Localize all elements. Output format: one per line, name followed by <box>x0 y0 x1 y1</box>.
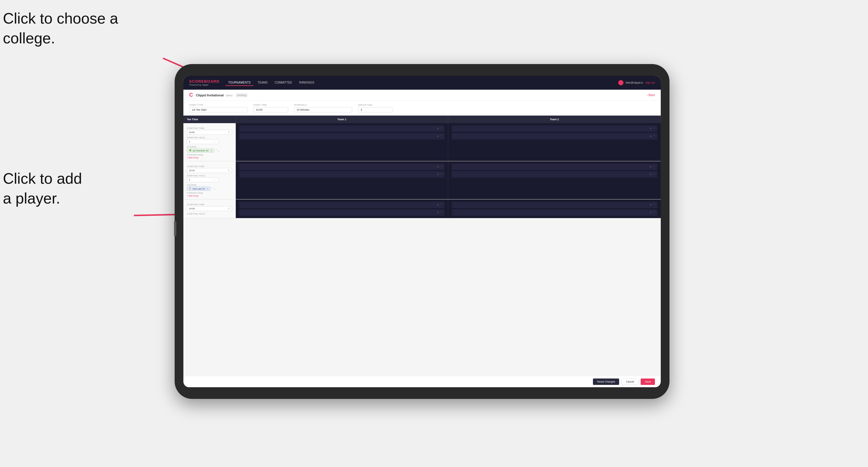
player-slot-2-4[interactable]: ✕ ⌃ <box>452 171 657 178</box>
col-team2: Team 2 <box>448 116 661 123</box>
group-3-team1: ✕ ⌃ ✕ ⌃ <box>236 199 448 218</box>
nav-user: blair@clippd.io Sign out <box>618 80 655 85</box>
start-time-select[interactable]: 10:00 <box>253 107 288 113</box>
user-avatar <box>618 80 623 85</box>
nav-bar: SCOREBOARD Powered by clippd TOURNAMENTS… <box>183 76 661 90</box>
nav-link-committee[interactable]: COMMITTEE <box>272 80 295 86</box>
add-group-1[interactable]: + Add Group <box>187 157 232 159</box>
group-1-team1: ✕ ⌃ ✕ ⌃ <box>236 123 448 161</box>
cancel-button[interactable]: Cancel <box>621 378 638 385</box>
group-3-left: STARTING TIME: 10:20⏱ STARTING HOLE: <box>183 199 236 218</box>
add-group-2[interactable]: + Add Group <box>187 195 232 197</box>
back-button[interactable]: ‹ Back <box>647 93 655 97</box>
start-time-label: Start Time <box>253 104 288 106</box>
course-tag-2[interactable]: 🏌East Lake GC× <box>187 187 211 191</box>
start-type-label: Start Type <box>189 104 247 106</box>
starting-hole-label-1: STARTING HOLE: <box>187 136 232 138</box>
bottom-bar: Reset Changes Cancel Save <box>183 376 661 387</box>
nav-brand: SCOREBOARD Powered by clippd <box>189 79 219 86</box>
course-label-1: COURSE: <box>187 146 232 148</box>
starting-time-label-1: STARTING TIME: <box>187 127 232 129</box>
player-slot-icon: ✕ <box>437 127 439 130</box>
nav-links: TOURNAMENTS TEAMS COMMITTEE RANKINGS <box>225 80 618 86</box>
content-area[interactable]: STARTING TIME: 10:00⏱ STARTING HOLE: 1⌃⌄… <box>183 123 661 376</box>
nav-link-rankings[interactable]: RANKINGS <box>296 80 317 86</box>
breadcrumb-logo: C <box>189 92 193 98</box>
annotation-choose-college: Click to choose a college. <box>3 9 118 48</box>
course-label-2: COURSE: <box>187 184 232 186</box>
breadcrumb-title: Clippd Invitational (Men) <box>196 93 232 97</box>
starting-time-input-3[interactable]: 10:20⏱ <box>187 206 232 211</box>
start-time-field: Start Time 10:00 <box>253 104 288 113</box>
group-row: STARTING TIME: 10:00⏱ STARTING HOLE: 1⌃⌄… <box>183 123 661 161</box>
player-slot-expand-icon: ⌃ <box>440 127 443 130</box>
starting-hole-label-3: STARTING HOLE: <box>187 213 232 215</box>
player-slot-2-2[interactable]: ✕ ⌃ <box>239 171 444 178</box>
group-1-left: STARTING TIME: 10:00⏱ STARTING HOLE: 1⌃⌄… <box>183 123 236 161</box>
settings-row: Start Type 1st Tee Start Start Time 10:0… <box>183 101 661 116</box>
group-size-label: Group Size <box>358 104 393 106</box>
group-3-team2: ✕ ⌃ ✕ ⌃ <box>448 199 661 218</box>
player-slot-2-3[interactable]: ✕ ⌃ <box>452 164 657 170</box>
group-row-3: STARTING TIME: 10:20⏱ STARTING HOLE: ✕ ⌃… <box>183 199 661 218</box>
save-button[interactable]: Save <box>641 378 655 385</box>
nav-link-teams[interactable]: TEAMS <box>255 80 271 86</box>
intervals-label: Intervals <box>294 104 352 106</box>
starting-time-input-2[interactable]: 10:10⏱ <box>187 168 232 173</box>
player-slot-icon-2: ✕ <box>437 135 439 138</box>
starting-hole-input-1[interactable]: 1⌃⌄ <box>187 139 219 144</box>
starting-hole-input-2[interactable]: 1⌃⌄ <box>187 177 219 182</box>
group-1-team2: ✕ ⌃ ✕ ⌃ <box>448 123 661 161</box>
intervals-field: Intervals 10 Minutes <box>294 104 352 113</box>
col-team1: Team 1 <box>236 116 448 123</box>
start-type-select[interactable]: 1st Tee Start <box>189 107 247 113</box>
table-header: Tee Time Team 1 Team 2 <box>183 116 661 123</box>
group-size-field: Group Size 3 <box>358 104 393 113</box>
player-slot-3-3[interactable]: ✕ ⌃ <box>452 202 657 208</box>
group-2-team2: ✕ ⌃ ✕ ⌃ <box>448 161 661 199</box>
breadcrumb-hosting: Hosting <box>236 93 248 97</box>
group-2-team1: ✕ ⌃ ✕ ⌃ <box>236 161 448 199</box>
starting-time-label-2: STARTING TIME: <box>187 165 232 167</box>
tablet-side-button <box>174 221 176 236</box>
remove-group-1[interactable]: ⊖ Remove Group <box>187 154 232 156</box>
player-slot-1-1[interactable]: ✕ ⌃ <box>239 125 444 132</box>
player-slot-3-1[interactable]: ✕ ⌃ <box>239 202 444 208</box>
player-slot-2-1[interactable]: ✕ ⌃ <box>239 164 444 170</box>
reset-changes-button[interactable]: Reset Changes <box>593 378 619 385</box>
starting-hole-label-2: STARTING HOLE: <box>187 175 232 177</box>
player-slot-1-2[interactable]: ✕ ⌃ <box>239 133 444 139</box>
tablet-device: SCOREBOARD Powered by clippd TOURNAMENTS… <box>175 64 670 399</box>
start-type-field: Start Type 1st Tee Start <box>189 104 247 113</box>
starting-time-label-3: STARTING TIME: <box>187 204 232 206</box>
player-slot-1-4[interactable]: ✕ ⌃ <box>452 133 657 139</box>
tablet-screen: SCOREBOARD Powered by clippd TOURNAMENTS… <box>183 76 661 387</box>
group-size-select[interactable]: 3 <box>358 107 393 113</box>
player-slot-expand-icon-2: ⌃ <box>440 135 443 138</box>
sign-out-link[interactable]: Sign out <box>645 81 655 84</box>
breadcrumb-bar: C Clippd Invitational (Men) Hosting ‹ Ba… <box>183 90 661 101</box>
starting-time-input-1[interactable]: 10:00⏱ <box>187 130 232 135</box>
intervals-select[interactable]: 10 Minutes <box>294 107 352 113</box>
remove-group-2[interactable]: ⊖ Remove Group <box>187 192 232 194</box>
col-tee-time: Tee Time <box>183 116 236 123</box>
group-2-left: STARTING TIME: 10:10⏱ STARTING HOLE: 1⌃⌄… <box>183 161 236 199</box>
player-slot-3-4[interactable]: ✕ ⌃ <box>452 209 657 216</box>
course-tag-1[interactable]: 🌿(A) Peachtree GC× <box>187 149 214 153</box>
player-slot-3-2[interactable]: ✕ ⌃ <box>239 209 444 216</box>
group-row-2: STARTING TIME: 10:10⏱ STARTING HOLE: 1⌃⌄… <box>183 161 661 199</box>
annotation-add-player: Click to add a player. <box>3 169 82 208</box>
player-slot-1-3[interactable]: ✕ ⌃ <box>452 125 657 132</box>
nav-link-tournaments[interactable]: TOURNAMENTS <box>225 80 253 86</box>
